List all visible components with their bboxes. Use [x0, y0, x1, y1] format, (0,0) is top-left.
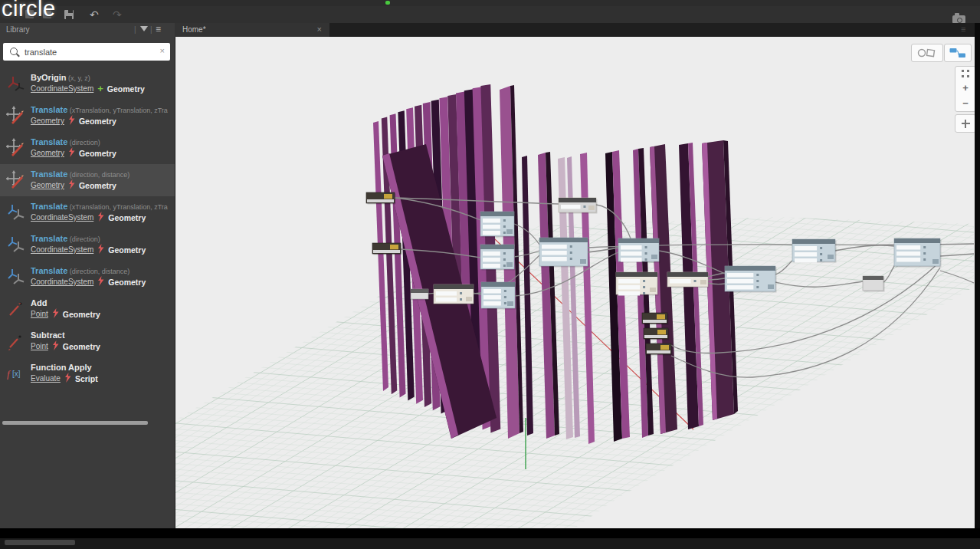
- item-output-type: Geometry: [79, 147, 116, 159]
- overlay-caption: circle: [2, 0, 56, 21]
- graph-node[interactable]: [863, 276, 885, 292]
- workspace-canvas[interactable]: + −: [175, 37, 975, 528]
- library-item-byorigin[interactable]: ByOrigin (x, y, z)CoordinateSystem+Geome…: [0, 67, 175, 100]
- graph-node[interactable]: [480, 245, 516, 271]
- filter-icon[interactable]: [140, 26, 148, 31]
- library-item-translate[interactable]: Translate (direction)GeometryGeometry: [0, 132, 175, 164]
- library-item-translate[interactable]: Translate (direction)CoordinateSystemGeo…: [0, 228, 175, 261]
- tab-home[interactable]: Home* ×: [175, 23, 329, 37]
- item-input-link[interactable]: Geometry: [31, 179, 64, 192]
- graph-node[interactable]: [411, 289, 430, 301]
- item-input-link[interactable]: Point: [31, 340, 48, 353]
- item-input-link[interactable]: CoordinateSystem: [31, 276, 93, 288]
- list-view-icon[interactable]: ≡: [156, 24, 161, 35]
- library-search[interactable]: ×: [3, 43, 170, 61]
- action-lightning-icon: [97, 276, 104, 288]
- library-item-translate[interactable]: Translate (xTranslation, yTranslation, z…: [0, 100, 175, 132]
- item-name: Translate: [31, 234, 67, 243]
- graph-node[interactable]: [480, 212, 516, 238]
- graph-node[interactable]: [616, 272, 659, 296]
- item-params: (xTranslation, yTranslation, zTra: [67, 203, 168, 211]
- zoom-fit-icon[interactable]: [962, 70, 969, 77]
- menu-strip: [0, 0, 980, 6]
- item-output-type: Geometry: [79, 179, 116, 192]
- item-name: Translate: [31, 266, 67, 275]
- item-params: (direction): [67, 235, 100, 243]
- item-input-link[interactable]: Geometry: [31, 115, 64, 127]
- graph-node[interactable]: [725, 266, 777, 293]
- graph-node[interactable]: [644, 328, 670, 340]
- node-graph-icon: [949, 48, 966, 58]
- translate-geom-icon: [6, 106, 26, 126]
- close-tab-icon[interactable]: ×: [317, 25, 322, 34]
- svg-text:[x]: [x]: [12, 370, 21, 378]
- action-lightning-icon: [68, 147, 75, 159]
- create-plus-icon: +: [97, 84, 103, 94]
- library-item-subtract[interactable]: SubtractPointGeometry: [0, 325, 175, 357]
- translate-cs-icon: [6, 202, 26, 222]
- graph-node[interactable]: [667, 272, 710, 288]
- search-input[interactable]: [23, 44, 152, 61]
- pan-icon: [962, 120, 970, 128]
- item-output-type: Geometry: [108, 276, 146, 288]
- item-name: Function Apply: [31, 363, 92, 372]
- graph-node[interactable]: [894, 238, 942, 268]
- redo-icon[interactable]: ↷: [113, 8, 122, 21]
- node-wire: [775, 281, 863, 287]
- library-item-translate[interactable]: Translate (xTranslation, yTranslation, z…: [0, 196, 175, 228]
- save-icon[interactable]: [64, 10, 74, 19]
- graph-node[interactable]: [366, 192, 396, 205]
- action-lightning-icon: [52, 308, 59, 321]
- separator: |: [134, 25, 136, 34]
- item-input-link[interactable]: Geometry: [31, 147, 64, 159]
- bottom-scrollbar[interactable]: [5, 540, 75, 545]
- library-item-translate[interactable]: Translate (direction, distance)GeometryG…: [0, 164, 175, 196]
- graph-node[interactable]: [481, 282, 516, 310]
- graph-node[interactable]: [434, 284, 475, 305]
- item-output-type: Geometry: [63, 340, 100, 353]
- action-lightning-icon: [68, 179, 75, 192]
- svg-text:f: f: [7, 368, 11, 380]
- library-item-function-apply[interactable]: f[x]Function ApplyEvaluateScript: [0, 357, 175, 390]
- graph-node[interactable]: [372, 243, 402, 255]
- item-input-link[interactable]: Point: [31, 308, 48, 321]
- graph-node[interactable]: [642, 313, 669, 325]
- item-output-type: Geometry: [63, 308, 100, 321]
- item-params: (x, y, z): [66, 74, 90, 82]
- item-name: Translate: [31, 105, 67, 114]
- tab-label: Home*: [182, 25, 206, 34]
- graph-view-button[interactable]: [944, 44, 972, 62]
- overflow-menu-icon[interactable]: ≡: [961, 25, 965, 34]
- library-item-add[interactable]: AddPointGeometry: [0, 293, 175, 325]
- translate-geom-icon: [6, 170, 26, 190]
- item-output-type: Geometry: [108, 212, 146, 224]
- graph-node[interactable]: [559, 198, 598, 214]
- undo-icon[interactable]: ↶: [90, 8, 99, 21]
- item-name: Add: [31, 298, 47, 307]
- zoom-in-button[interactable]: +: [962, 84, 969, 93]
- graph-node[interactable]: [539, 238, 589, 268]
- graph-node[interactable]: [646, 344, 673, 356]
- item-input-link[interactable]: CoordinateSystem: [31, 244, 93, 256]
- graph-node[interactable]: [792, 239, 837, 263]
- translate-cs-icon: [6, 235, 26, 255]
- window-edge-bottom: [0, 528, 980, 538]
- library-results-list: ByOrigin (x, y, z)CoordinateSystem+Geome…: [0, 67, 175, 390]
- library-panel: × ByOrigin (x, y, z)CoordinateSystem+Geo…: [0, 37, 175, 528]
- library-item-translate[interactable]: Translate (direction, distance)Coordinat…: [0, 261, 175, 293]
- item-input-link[interactable]: CoordinateSystem: [31, 83, 93, 95]
- graph-node[interactable]: [618, 238, 660, 263]
- item-input-link[interactable]: Evaluate: [31, 373, 61, 385]
- item-input-link[interactable]: CoordinateSystem: [31, 212, 93, 224]
- geometry-view-button[interactable]: [911, 44, 943, 62]
- pan-button[interactable]: [955, 114, 975, 133]
- background-3d-preview: [175, 37, 975, 528]
- library-title: Library: [6, 25, 30, 34]
- search-icon: [10, 48, 18, 55]
- zoom-out-button[interactable]: −: [962, 99, 969, 108]
- item-params: (direction): [67, 139, 100, 146]
- clear-search-icon[interactable]: ×: [160, 46, 165, 55]
- library-header: Library | | ≡: [0, 23, 175, 37]
- library-scrollbar-horizontal[interactable]: [2, 421, 148, 425]
- geometry-shapes-icon: [917, 48, 937, 58]
